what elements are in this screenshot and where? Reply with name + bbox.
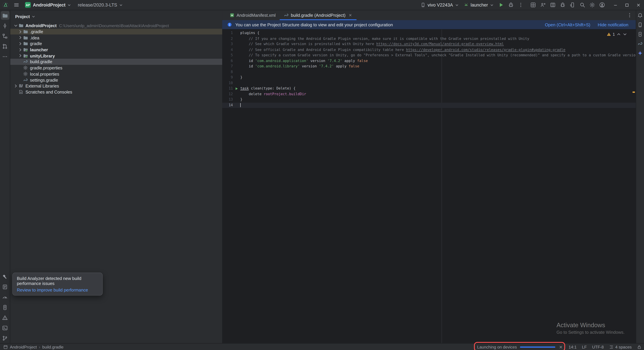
tool-version-control-icon[interactable] [1,334,9,342]
breadcrumb-file[interactable]: build.gradle [42,345,64,349]
progress-widget[interactable]: Launching on devices [477,345,563,349]
code-line-7[interactable]: 7 id 'com.android.library' version '7.4.… [222,64,636,69]
tool-device-manager-icon[interactable] [636,21,644,28]
tool-assistant-icon[interactable] [636,49,644,57]
tree-item-settings-gradle[interactable]: settings.gradle [10,77,222,83]
line-number: 1 [222,30,233,36]
breadcrumb-separator: › [39,345,40,349]
main-menu-icon[interactable] [14,2,19,8]
tree-item-local-properties[interactable]: local.properties [10,71,222,77]
tool-profiler-icon[interactable] [1,293,9,301]
settings-icon[interactable] [588,0,597,9]
read-only-lock-icon[interactable] [637,345,642,349]
debug-run-icon[interactable] [506,0,516,9]
project-tree: AndroidProjectC:\Users\urdp_admin\Docume… [10,23,222,95]
code-line-4[interactable]: 4 // See official Gradle and Android Gra… [222,47,636,52]
code-line-10[interactable]: 10 [222,80,636,86]
device-name: vivo V2243A [428,2,453,7]
code-line-1[interactable]: 1plugins { [222,30,636,36]
chevron-right-icon[interactable] [18,29,23,34]
code-line-12[interactable]: 12 delete rootProject.buildDir [222,91,636,97]
tree-item-external-libraries[interactable]: External Libraries [10,83,222,89]
code-line-9[interactable]: 9} [222,75,636,80]
code-editor[interactable]: 1plugins {2 // If you are changing the A… [222,29,636,343]
chevron-right-icon[interactable] [18,47,23,52]
tool-logcat-icon[interactable] [1,283,9,291]
tool-window-widget-icon[interactable] [3,345,8,349]
profile-icon[interactable] [598,0,606,9]
chevron-right-icon[interactable] [18,41,23,46]
run-configuration-selector[interactable]: launcher [461,2,496,8]
code-line-5[interactable]: 5 // To specify a custom Gradle version … [222,52,636,58]
run-button[interactable] [496,0,506,9]
tree-item-idea[interactable]: .idea [10,35,222,41]
cancel-progress-icon[interactable] [559,345,563,349]
tool-pull-requests-icon[interactable] [1,42,9,50]
layout-grid-icon[interactable] [528,0,538,9]
maximize-button[interactable] [621,0,632,10]
breadcrumb-project[interactable]: AndroidProject [10,345,37,349]
project-selector[interactable]: AP AndroidProject [23,1,74,8]
code-line-13[interactable]: 13} [222,97,636,102]
code-line-8[interactable]: 8 [222,69,636,75]
close-button[interactable] [632,0,644,10]
close-tab-icon[interactable] [348,13,352,17]
tool-problems-icon[interactable] [1,313,9,322]
caret-position-widget[interactable]: 14:1 [569,345,577,349]
code-line-11[interactable]: 11task clean(type: Delete) { [222,86,636,91]
tool-project-icon[interactable] [1,11,9,20]
tree-item-launcher[interactable]: launcher [10,47,222,53]
review-build-performance-link[interactable]: Review to improve build performance [17,287,98,292]
chevron-down-icon[interactable] [14,23,18,28]
tree-item-build-gradle[interactable]: build.gradle [10,59,222,65]
code-line-14[interactable]: 14 [222,102,636,108]
tool-more-icon[interactable] [1,52,9,61]
more-actions-icon[interactable] [516,0,525,9]
code-with-me-icon[interactable] [538,0,548,9]
code-line-6[interactable]: 6 id 'com.android.application' version '… [222,58,636,64]
tree-item-androidproject[interactable]: AndroidProjectC:\Users\urdp_admin\Docume… [10,23,222,29]
editor-area: AndroidManifest.xmlbuild.gradle (Android… [222,10,636,343]
tree-item-label: gradle [30,41,42,46]
indent-widget[interactable]: 4 spaces [609,345,632,349]
tree-item-scratches-and-consoles[interactable]: Scratches and Consoles [10,89,222,95]
tool-structure-icon[interactable] [1,32,9,40]
tool-build-icon[interactable] [1,272,9,281]
previous-problem-icon[interactable] [616,32,621,36]
tool-running-devices-icon[interactable] [636,30,644,38]
tool-notifications-icon[interactable] [636,11,644,19]
tree-item-gradle[interactable]: .gradle [10,29,222,35]
open-project-structure-link[interactable]: Open (Ctrl+Alt+Shift+S) [545,22,590,27]
chevron-right-icon[interactable] [18,35,23,40]
line-separator-widget[interactable]: LF [582,345,587,349]
tool-commit-icon[interactable] [1,21,9,30]
tool-gradle-icon[interactable] [636,40,644,47]
code-line-3[interactable]: 3 // See which Gradle version is preinst… [222,41,636,47]
tab-options-icon[interactable] [627,12,632,18]
run-gutter-icon[interactable] [233,87,240,90]
vcs-branch-selector[interactable]: release/2020.3-LTS [75,2,125,8]
tool-terminal-icon[interactable] [1,324,9,332]
hide-notification-link[interactable]: Hide notification [598,22,628,27]
debug-icon[interactable] [558,0,567,9]
editor-tab-androidmanifest-xml[interactable]: AndroidManifest.xml [226,10,280,20]
layout-columns-icon[interactable] [548,0,557,9]
android-studio-logo-icon[interactable] [2,2,9,8]
project-panel-header[interactable]: Project [10,10,222,22]
encoding-widget[interactable]: UTF-8 [592,345,604,349]
tree-item-gradle[interactable]: gradle [10,41,222,47]
device-selector[interactable]: vivo V2243A [418,2,461,8]
chevron-right-icon[interactable] [18,53,23,58]
tree-item-gradle-properties[interactable]: gradle.properties [10,65,222,71]
tool-device-explorer-icon[interactable] [1,303,9,312]
minimize-button[interactable] [610,0,621,10]
tree-item-unitylibrary[interactable]: unityLibrary [10,53,222,59]
code-line-2[interactable]: 2 // If you are changing the Android Gra… [222,36,636,41]
next-problem-icon[interactable] [623,32,627,36]
inspections-widget[interactable]: 1 [604,32,629,37]
code-text: task clean(type: Delete) { [240,86,296,91]
chevron-right-icon[interactable] [14,84,18,88]
search-icon[interactable] [578,0,587,9]
device-mirroring-icon[interactable] [568,0,577,9]
editor-tab-build-gradle-androidproject[interactable]: build.gradle (AndroidProject) [280,10,356,20]
